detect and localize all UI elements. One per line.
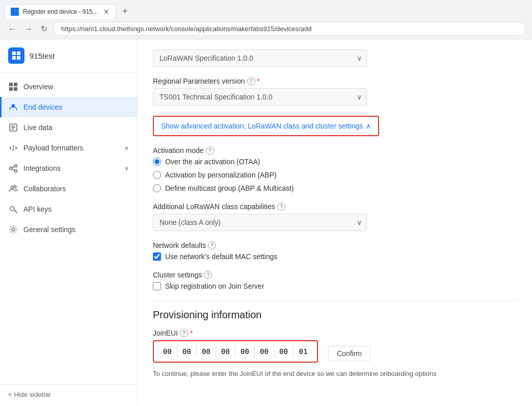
svg-point-17 xyxy=(15,170,17,172)
chevron-down-icon: ∨ xyxy=(124,165,129,172)
main-content: LoRaWAN Specification 1.0.0 ∨ Regional P… xyxy=(138,39,532,404)
lorawan-class-help-icon[interactable]: ? xyxy=(277,202,285,211)
svg-line-19 xyxy=(12,169,15,170)
regional-params-help-icon[interactable]: ? xyxy=(247,77,255,85)
regional-params-select-wrapper: TS001 Technical Specification 1.0.0 ∨ xyxy=(153,88,367,106)
sidebar-item-api-keys[interactable]: API keys xyxy=(0,199,137,219)
provisioning-heading: Provisioning information xyxy=(153,309,517,321)
sidebar-item-collaborators[interactable]: Collaborators xyxy=(0,179,137,199)
abp-radio-item[interactable]: Activation by personalization (ABP) xyxy=(153,171,517,179)
sidebar: 915test Overview xyxy=(0,39,138,404)
refresh-button[interactable]: ↻ xyxy=(39,22,49,36)
eui-segment-7[interactable] xyxy=(274,345,294,358)
svg-point-15 xyxy=(10,167,12,170)
grid-icon xyxy=(8,82,18,92)
new-tab-button[interactable]: + xyxy=(118,4,132,19)
cluster-settings-checkbox-label: Skip registration on Join Server xyxy=(165,282,264,290)
abp-label: Activation by personalization (ABP) xyxy=(165,171,277,179)
otaa-radio-item[interactable]: Over the air activation (OTAA) xyxy=(153,158,517,166)
lorawan-class-select-wrapper: None (class A only) ∨ xyxy=(153,214,367,231)
join-eui-input-box xyxy=(153,340,318,363)
lorawan-class-select[interactable]: None (class A only) xyxy=(153,214,367,231)
section-divider xyxy=(153,300,517,301)
app-container: 915test Overview xyxy=(0,39,532,404)
tab-bar: Register end device - 915test - T ✕ + xyxy=(0,0,532,19)
sidebar-item-label: General settings xyxy=(23,225,75,234)
eui-segment-8[interactable] xyxy=(294,345,313,358)
regional-params-required-star: * xyxy=(257,77,260,85)
advanced-settings-link[interactable]: Show advanced activation, LoRaWAN class … xyxy=(153,116,379,136)
chevron-up-icon: ∧ xyxy=(366,122,371,130)
abp-radio[interactable] xyxy=(153,171,161,179)
sidebar-item-label: Collaborators xyxy=(23,185,66,193)
multicast-radio-item[interactable]: Define multicast group (ABP & Multicast) xyxy=(153,184,517,192)
eui-segment-1[interactable] xyxy=(158,345,177,358)
code-icon xyxy=(8,143,18,153)
svg-rect-6 xyxy=(9,87,13,91)
svg-point-21 xyxy=(14,186,16,188)
svg-line-14 xyxy=(13,145,14,151)
network-defaults-label: Network defaults ? xyxy=(153,241,517,249)
eui-segment-3[interactable] xyxy=(197,345,216,358)
network-defaults-checkbox[interactable] xyxy=(153,252,161,261)
otaa-label: Over the air activation (OTAA) xyxy=(165,158,260,166)
sidebar-item-live-data[interactable]: Live data xyxy=(0,117,137,138)
sidebar-item-label: Overview xyxy=(23,83,53,91)
address-bar: ← → ↻ https://nam1.cloud.thethings.netwo… xyxy=(0,19,532,39)
sidebar-nav: Overview End devices xyxy=(0,72,137,244)
url-input[interactable]: https://nam1.cloud.thethings.network/con… xyxy=(54,22,526,36)
active-tab[interactable]: Register end device - 915test - T ✕ xyxy=(4,4,116,19)
network-defaults-help-icon[interactable]: ? xyxy=(208,241,216,249)
eui-field xyxy=(158,345,313,358)
eui-segment-6[interactable] xyxy=(255,345,274,358)
app-name-label: 915test xyxy=(30,52,55,60)
eui-segment-2[interactable] xyxy=(177,345,197,358)
people-icon xyxy=(8,184,18,194)
logo-icon xyxy=(12,51,21,60)
hide-sidebar-button[interactable]: < Hide sidebar xyxy=(0,384,137,404)
eui-segment-4[interactable] xyxy=(216,345,235,358)
lorawan-spec-select[interactable]: LoRaWAN Specification 1.0.0 xyxy=(153,49,367,67)
sidebar-item-payload-formatters[interactable]: Payload formatters ∨ xyxy=(0,138,137,158)
eui-segment-5[interactable] xyxy=(235,345,255,358)
network-defaults-checkbox-label: Use network's default MAC settings xyxy=(165,252,278,261)
sidebar-item-label: Payload formatters xyxy=(23,144,84,152)
svg-rect-5 xyxy=(14,83,17,86)
cluster-settings-checkbox-item[interactable]: Skip registration on Join Server xyxy=(153,282,517,290)
sidebar-item-end-devices[interactable]: End devices xyxy=(0,97,137,117)
lorawan-class-label: Additional LoRaWAN class capabilities ? xyxy=(153,202,517,211)
lorawan-spec-select-wrapper: LoRaWAN Specification 1.0.0 ∨ xyxy=(153,49,367,67)
network-defaults-checkbox-item[interactable]: Use network's default MAC settings xyxy=(153,252,517,261)
confirm-button[interactable]: Confirm xyxy=(328,346,370,361)
lorawan-spec-group: LoRaWAN Specification 1.0.0 ∨ xyxy=(153,49,517,67)
end-devices-icon xyxy=(8,102,18,112)
svg-line-18 xyxy=(12,166,15,168)
sidebar-item-label: Live data xyxy=(23,123,52,132)
app-logo xyxy=(8,47,24,64)
sidebar-item-overview[interactable]: Overview xyxy=(0,77,137,97)
svg-rect-7 xyxy=(14,87,17,91)
join-eui-help-icon[interactable]: ? xyxy=(180,329,188,337)
sidebar-item-general-settings[interactable]: General settings xyxy=(0,219,137,240)
list-icon xyxy=(8,122,18,133)
join-eui-group: JoinEUI ? * Confir xyxy=(153,329,517,377)
activation-mode-help-icon[interactable]: ? xyxy=(206,146,214,155)
otaa-radio[interactable] xyxy=(153,158,161,166)
back-button[interactable]: ← xyxy=(6,22,18,36)
activation-mode-radio-group: Over the air activation (OTAA) Activatio… xyxy=(153,158,517,192)
multicast-radio[interactable] xyxy=(153,184,161,192)
sidebar-item-integrations[interactable]: Integrations ∨ xyxy=(0,158,137,179)
sidebar-item-label: API keys xyxy=(23,205,51,213)
svg-rect-4 xyxy=(9,83,13,86)
tab-title: Register end device - 915test - T xyxy=(23,8,99,15)
forward-button[interactable]: → xyxy=(22,22,35,36)
regional-params-select[interactable]: TS001 Technical Specification 1.0.0 xyxy=(153,88,367,106)
activation-mode-group: Activation mode ? Over the air activatio… xyxy=(153,146,517,192)
join-eui-required-star: * xyxy=(190,329,193,337)
regional-params-label: Regional Parameters version ? * xyxy=(153,77,517,85)
cluster-settings-checkbox[interactable] xyxy=(153,282,161,290)
svg-point-20 xyxy=(11,186,14,189)
tab-close-button[interactable]: ✕ xyxy=(103,8,110,15)
gear-icon xyxy=(8,224,18,235)
cluster-settings-help-icon[interactable]: ? xyxy=(204,271,212,279)
